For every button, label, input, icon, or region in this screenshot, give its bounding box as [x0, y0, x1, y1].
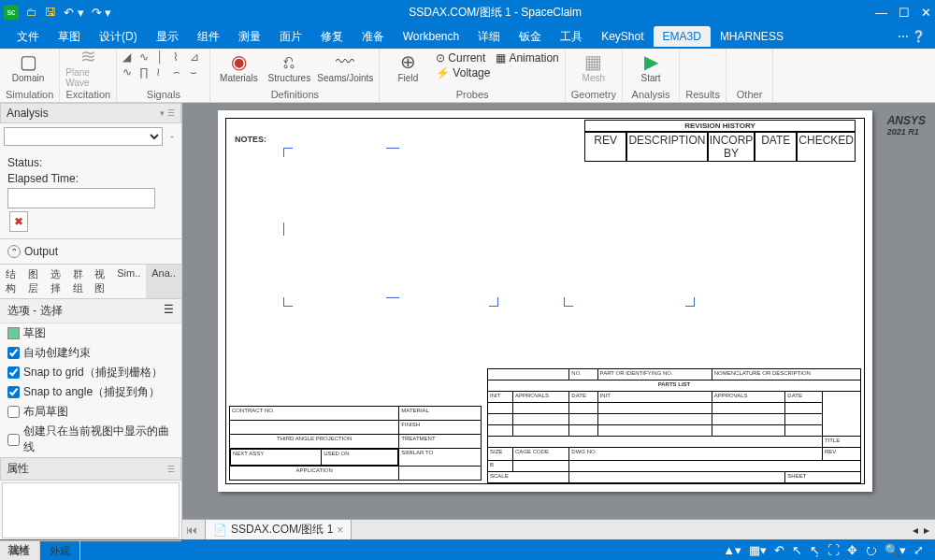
tab-nav-next[interactable]: ▸: [924, 524, 929, 537]
clear-select-button[interactable]: -: [170, 130, 174, 143]
clear-button[interactable]: ✖: [9, 211, 28, 232]
check-curves[interactable]: [7, 434, 20, 446]
mark: [386, 148, 399, 150]
undo-button[interactable]: ↶ ▾: [64, 6, 84, 20]
planewave-button[interactable]: ≋Plane Wave: [65, 45, 110, 88]
menu-ema3d[interactable]: EMA3D: [654, 26, 711, 47]
sketch-row: 草图: [0, 323, 181, 343]
redo-button[interactable]: ↷ ▾: [92, 6, 112, 20]
sb-cursor[interactable]: ↖: [792, 543, 802, 557]
document-tabs: ⏮ 📄SSDAX.COM/图纸 1× ◂▸: [182, 519, 935, 539]
titlebar: sc 🗀 🖫 ↶ ▾ ↷ ▾ SSDAX.COM/图纸 1 - SpaceCla…: [0, 0, 935, 24]
seams-icon: 〰: [336, 50, 354, 73]
play-icon: ▶: [644, 50, 658, 73]
menu-prepare[interactable]: 准备: [352, 25, 394, 49]
menu-facet[interactable]: 面片: [270, 25, 311, 49]
field-icon: ⊕: [400, 50, 416, 73]
analysis-header[interactable]: Analysis▾ ☰: [0, 103, 181, 123]
structures-button[interactable]: ⎌Structures: [266, 50, 311, 83]
menu-workbench[interactable]: Workbench: [394, 26, 468, 47]
seams-button[interactable]: 〰Seams/Joints: [317, 50, 373, 83]
sb-undo[interactable]: ↶: [774, 543, 784, 557]
menu-display[interactable]: 显示: [147, 25, 188, 49]
voltage-icon: ⚡: [436, 66, 450, 79]
group-label: Excitation: [65, 88, 110, 100]
tab-nav-left[interactable]: ⏮: [186, 524, 197, 537]
close-tab-button[interactable]: ×: [337, 524, 343, 537]
minimize-button[interactable]: —: [875, 6, 887, 20]
status-text: 就绪: [7, 542, 30, 558]
menu-tools[interactable]: 工具: [551, 25, 592, 49]
tab-ana[interactable]: Ana..: [146, 265, 181, 298]
sb-focus[interactable]: ⛶: [827, 543, 840, 557]
tab-structure[interactable]: 结构: [0, 265, 22, 298]
collapse-icon[interactable]: ☰: [164, 303, 174, 319]
sketch-icon: [7, 327, 20, 339]
group-label: Simulation: [6, 88, 53, 100]
sb-zoom[interactable]: 🔍▾: [885, 543, 906, 557]
collapse-icon[interactable]: ▾ ☰: [160, 108, 175, 118]
collapse-icon[interactable]: ☰: [167, 465, 175, 474]
menu-detail[interactable]: 详细: [468, 25, 510, 49]
props-header[interactable]: 属性☰: [0, 457, 181, 481]
elapsed-input[interactable]: [7, 188, 155, 208]
tab-groups[interactable]: 群组: [67, 265, 90, 298]
expand-icon[interactable]: ⌃: [7, 245, 21, 258]
tab-selection[interactable]: 选择: [45, 265, 67, 298]
save-icon[interactable]: 🖫: [45, 6, 56, 19]
options-header: 选项 - 选择☰: [0, 299, 181, 323]
close-button[interactable]: ✕: [921, 6, 931, 20]
menu-keyshot[interactable]: KeyShot: [592, 26, 653, 47]
sb-expand[interactable]: ⤢: [913, 543, 924, 557]
sb-cursor2[interactable]: ↖̣: [810, 543, 820, 557]
left-panel: Analysis▾ ☰ - Status: Elapsed Time: ✖ ⌃O…: [0, 103, 182, 539]
tab-layers[interactable]: 图层: [22, 265, 45, 298]
title-block: NO.PART OR IDENTIFYING NO.NOMENCLATURE O…: [487, 368, 861, 481]
mark: [283, 223, 285, 236]
wave-icon: ≋: [80, 45, 96, 67]
check-autoconstrain[interactable]: [7, 347, 20, 359]
menu-file[interactable]: 文件: [7, 25, 49, 49]
voltage-button[interactable]: ⚡Voltage: [436, 66, 490, 79]
menu-sheetmetal[interactable]: 钣金: [510, 25, 551, 49]
maximize-button[interactable]: ☐: [899, 6, 910, 20]
canvas[interactable]: ANSYS2021 R1 伤逝的安详 关注互联网与系统软件技术的IT技术博客 N…: [182, 103, 935, 539]
tab-sim[interactable]: Sim..: [111, 265, 146, 298]
animation-button[interactable]: ▦Animation: [496, 51, 558, 65]
sb-rotate[interactable]: ⭮: [865, 543, 877, 557]
check-snapangle[interactable]: [7, 386, 20, 398]
group-label: Analysis: [628, 88, 673, 100]
structures-icon: ⎌: [283, 50, 295, 73]
drawing-sheet[interactable]: NOTES: REVISION HISTORY REVDESCRIPTIONIN…: [218, 110, 872, 492]
check-snapgrid[interactable]: [7, 366, 20, 379]
menu-mharness[interactable]: MHARNESS: [711, 26, 793, 47]
materials-button[interactable]: ◉Materials: [216, 50, 261, 83]
ansys-logo: ANSYS2021 R1: [887, 112, 926, 136]
sb-triangle[interactable]: ▲▾: [723, 543, 741, 557]
mark: [283, 148, 293, 157]
sb-grid[interactable]: ▦▾: [749, 543, 767, 557]
domain-button[interactable]: ▢Domain: [6, 50, 50, 83]
menu-component[interactable]: 组件: [188, 25, 229, 49]
doc-tab[interactable]: 📄SSDAX.COM/图纸 1×: [205, 519, 352, 539]
folder-icon[interactable]: 🗀: [26, 6, 37, 19]
signals-grid[interactable]: ◢∿│⌇⊿∿∏≀⌢⌣: [122, 50, 205, 79]
panel-tabs: 结构 图层 选择 群组 视图 Sim.. Ana..: [0, 264, 181, 299]
mesh-button[interactable]: ▦Mesh: [571, 50, 616, 83]
tab-views[interactable]: 视图: [89, 265, 111, 298]
analysis-select[interactable]: [4, 127, 163, 146]
check-layout[interactable]: [7, 406, 20, 418]
sb-move[interactable]: ✥: [847, 543, 857, 557]
group-label: Results: [685, 88, 720, 100]
mark: [564, 297, 573, 307]
menu-repair[interactable]: 修复: [311, 25, 352, 49]
menu-measure[interactable]: 测量: [229, 25, 270, 49]
field-button[interactable]: ⊕Field: [385, 50, 430, 83]
start-button[interactable]: ▶Start: [628, 50, 673, 83]
current-button[interactable]: ⊙Current: [436, 51, 490, 65]
output-section[interactable]: ⌃Output: [0, 238, 181, 264]
cube-icon: ▢: [20, 50, 37, 73]
help-button[interactable]: ⋯ ❔: [898, 30, 926, 43]
btab-appearance[interactable]: 外观: [40, 541, 80, 560]
tab-nav-prev[interactable]: ◂: [913, 524, 918, 537]
